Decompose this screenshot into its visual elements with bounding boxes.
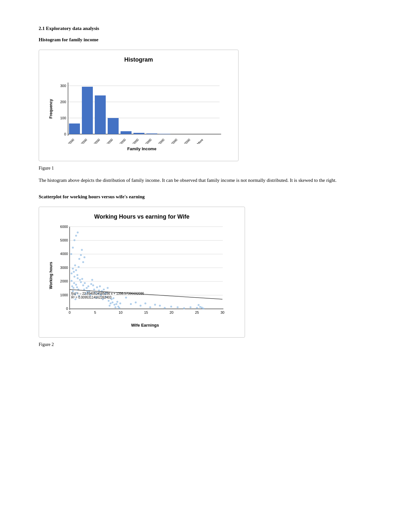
svg-point-126 [164,307,166,309]
svg-text:100: 100 [60,116,66,120]
svg-point-127 [170,306,172,308]
svg-point-124 [154,304,156,306]
svg-text:2000: 2000 [60,279,68,283]
svg-point-74 [87,285,89,287]
svg-point-78 [91,279,93,281]
svg-text:100000: 100000 [181,138,191,144]
svg-text:10: 10 [119,310,122,314]
svg-point-72 [86,287,88,289]
svg-point-99 [112,301,113,303]
hist-bar-7 [159,134,170,134]
scatterplot-title: Working Hours vs earning for Wife [49,213,235,220]
svg-point-80 [93,289,95,291]
svg-point-133 [198,304,200,306]
hist-bar-3 [108,118,119,134]
r-squared: R² = 0.00953114162262403 [71,296,112,299]
scatterplot-x-label: Wife Earnings [55,323,235,328]
histogram-inner: Frequency 0 100 200 300 [49,66,229,151]
svg-point-128 [177,306,179,308]
svg-text:80000: 80000 [156,138,165,144]
svg-point-61 [74,264,76,266]
svg-text:30: 30 [220,310,224,314]
svg-text:0: 0 [64,132,66,136]
hist-bar-6 [146,133,157,134]
svg-point-63 [76,274,78,276]
svg-point-54 [76,286,78,288]
svg-point-135 [201,307,203,309]
scatterplot-svg: 0 1000 2000 3000 4000 5000 6000 0 5 10 1… [55,223,229,320]
svg-text:30000: 30000 [92,138,101,144]
svg-point-110 [73,239,75,241]
svg-text:50000: 50000 [118,138,127,144]
scatterplot-y-label: Working hours [49,262,53,289]
svg-point-132 [202,308,204,310]
svg-text:200: 200 [60,100,66,104]
hist-bar-5 [133,133,144,134]
svg-point-107 [119,302,121,304]
svg-text:60000: 60000 [131,138,140,144]
svg-point-112 [77,232,79,233]
histogram-plot: 0 100 200 300 [55,66,229,151]
svg-text:5000: 5000 [60,238,68,242]
histogram-y-label: Frequency [49,99,53,119]
svg-text:20000: 20000 [79,138,88,144]
svg-point-103 [115,303,117,305]
svg-point-48 [73,282,75,284]
svg-text:20: 20 [170,310,173,314]
svg-text:10000: 10000 [66,138,75,144]
svg-point-83 [96,286,98,288]
histogram-svg: 0 100 200 300 [55,66,223,144]
svg-text:4000: 4000 [60,252,68,256]
svg-point-129 [183,307,185,309]
svg-point-97 [110,302,112,304]
svg-text:70000: 70000 [143,138,152,144]
figure2-caption: Figure 2 [39,342,372,347]
svg-point-116 [82,261,84,263]
scatterplot-plot: 0 1000 2000 3000 4000 5000 6000 0 5 10 1… [55,223,235,328]
svg-point-104 [116,301,118,303]
svg-point-65 [79,279,81,281]
svg-point-96 [109,305,111,307]
svg-point-109 [72,247,74,249]
svg-point-58 [71,272,73,274]
svg-point-95 [108,300,110,302]
svg-point-122 [144,302,146,304]
svg-point-64 [78,266,80,268]
svg-point-113 [78,258,80,260]
svg-point-102 [114,306,116,308]
scatterplot-chart-container: Working Hours vs earning for Wife Workin… [39,207,245,338]
svg-point-44 [71,280,73,282]
svg-point-79 [92,284,94,286]
svg-text:0: 0 [69,310,71,314]
histogram-x-label: Family Income [55,146,229,151]
hist-bar-1 [82,87,93,134]
svg-point-68 [82,284,84,286]
svg-text:300: 300 [60,84,66,88]
svg-point-131 [196,307,198,309]
svg-point-125 [159,305,161,307]
histogram-title: Histogram [49,56,229,63]
svg-point-111 [75,235,77,237]
svg-point-67 [81,278,83,280]
svg-point-108 [70,253,72,255]
svg-text:0: 0 [66,307,68,310]
figure1-body: The histogram above depicts the distribu… [39,175,372,185]
svg-point-117 [83,256,85,258]
svg-point-118 [125,297,127,299]
scatterplot-inner: Working hours 0 1000 [49,223,235,328]
svg-point-100 [113,297,114,299]
hist-bar-4 [121,131,132,134]
svg-point-59 [72,268,74,270]
figure1-caption: Figure 1 [39,166,372,171]
trendline-equation: f(x) = – 22.8940524585156 x + 1398.57396… [71,292,144,295]
svg-point-66 [80,281,82,283]
histogram-chart-container: Histogram Frequency 0 100 200 [39,50,239,161]
svg-point-86 [99,285,101,287]
svg-point-70 [84,282,86,284]
histogram-subheading: Histogram for family income [39,37,372,43]
scatterplot-subheading: Scatterplot for working hours versus wif… [39,194,372,200]
svg-point-114 [80,254,82,256]
svg-point-52 [75,284,77,286]
svg-point-60 [73,271,75,273]
svg-text:15: 15 [144,310,148,314]
